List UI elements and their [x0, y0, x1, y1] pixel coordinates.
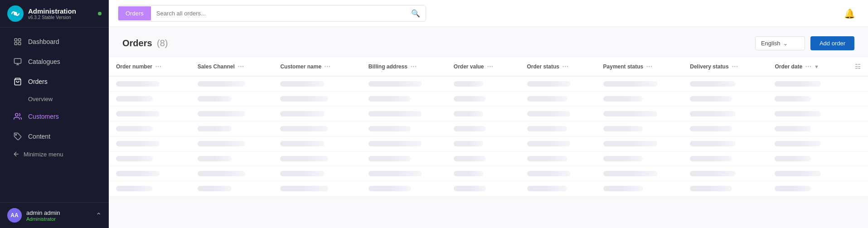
table-cell	[361, 76, 446, 92]
table-cell	[596, 151, 683, 166]
table-cell	[596, 107, 683, 121]
table-cell	[767, 181, 848, 196]
table-cell	[190, 121, 273, 136]
table-cell	[273, 166, 361, 181]
sidebar-item-dashboard[interactable]: Dashboard	[4, 32, 105, 51]
svg-rect-5	[19, 43, 21, 45]
table-cell	[767, 92, 848, 107]
svg-point-1	[14, 12, 17, 15]
table-row[interactable]	[109, 107, 868, 121]
orders-table: Order number ⋯ Sales Channel ⋯	[109, 58, 868, 196]
table-cell	[361, 92, 446, 107]
table-cell	[767, 136, 848, 151]
language-select[interactable]: English ⌄	[755, 36, 805, 50]
table-cell	[683, 166, 767, 181]
table-cell	[596, 92, 683, 107]
table-row[interactable]	[109, 92, 868, 107]
table-cell	[273, 136, 361, 151]
col-customer-name-menu[interactable]: ⋯	[324, 63, 330, 70]
table-cell	[446, 107, 520, 121]
table-cell	[520, 151, 596, 166]
table-cell	[446, 151, 520, 166]
page-content: Orders (8) English ⌄ Add order Order num…	[109, 27, 868, 228]
table-cell	[683, 76, 767, 92]
col-order-date-menu[interactable]: ⋯	[805, 63, 811, 70]
main-content: Orders 🔍 🔔 Orders (8) English ⌄ Add orde…	[109, 0, 868, 228]
table-cell	[273, 107, 361, 121]
minimize-menu[interactable]: Minimize menu	[4, 147, 105, 161]
table-cell	[848, 151, 868, 166]
col-order-number: Order number ⋯	[109, 58, 190, 76]
sidebar-header: Administration v6.3.2 Stable Version	[0, 0, 109, 28]
col-order-value-menu[interactable]: ⋯	[487, 63, 493, 70]
app-name: Administration	[28, 7, 76, 15]
customers-icon	[13, 112, 23, 121]
table-cell	[848, 121, 868, 136]
col-order-number-menu[interactable]: ⋯	[155, 63, 161, 70]
table-cell	[520, 166, 596, 181]
table-cell	[109, 121, 190, 136]
table-cell	[361, 136, 446, 151]
columns-settings-icon[interactable]: ☷	[855, 63, 861, 70]
col-order-status-menu[interactable]: ⋯	[562, 63, 568, 70]
sidebar-item-catalogues[interactable]: Catalogues	[4, 52, 105, 71]
table-cell	[361, 181, 446, 196]
table-row[interactable]	[109, 181, 868, 196]
table-row[interactable]	[109, 76, 868, 92]
svg-point-9	[15, 134, 16, 135]
catalogues-icon	[13, 57, 23, 67]
col-order-value: Order value ⋯	[446, 58, 520, 76]
table-cell	[596, 136, 683, 151]
orders-icon	[13, 77, 23, 87]
col-actions: ☷	[848, 58, 868, 76]
search-orders-button[interactable]: Orders	[118, 6, 151, 20]
table-cell	[767, 107, 848, 121]
table-row[interactable]	[109, 121, 868, 136]
table-body	[109, 76, 868, 196]
table-cell	[190, 92, 273, 107]
table-row[interactable]	[109, 151, 868, 166]
table-cell	[848, 92, 868, 107]
sidebar-item-customers[interactable]: Customers	[4, 107, 105, 126]
table-row[interactable]	[109, 136, 868, 151]
table-cell	[446, 166, 520, 181]
table-row[interactable]	[109, 166, 868, 181]
sidebar-item-overview[interactable]: Overview	[4, 92, 105, 106]
table-cell	[683, 181, 767, 196]
search-icon: 🔍	[411, 10, 420, 17]
table-cell	[190, 136, 273, 151]
notifications-button[interactable]: 🔔	[840, 5, 859, 23]
table-cell	[520, 136, 596, 151]
content-header: Orders (8) English ⌄ Add order	[109, 27, 868, 58]
dashboard-icon	[13, 37, 23, 47]
table-cell	[446, 181, 520, 196]
sidebar: Administration v6.3.2 Stable Version Das…	[0, 0, 109, 228]
user-menu-toggle[interactable]: ⌃	[96, 211, 102, 220]
app-title-wrap: Administration v6.3.2 Stable Version	[28, 7, 76, 20]
sidebar-item-orders[interactable]: Orders	[4, 72, 105, 91]
col-payment-status: Payment status ⋯	[596, 58, 683, 76]
search-submit-button[interactable]: 🔍	[406, 5, 426, 21]
sidebar-item-orders-label: Orders	[28, 78, 48, 85]
table-cell	[848, 181, 868, 196]
table-cell	[848, 76, 868, 92]
table-cell	[683, 136, 767, 151]
sidebar-nav: Dashboard Catalogues Orders Overview Cus…	[0, 28, 109, 202]
table-cell	[109, 92, 190, 107]
table-cell	[190, 76, 273, 92]
sidebar-item-content[interactable]: Content	[4, 127, 105, 146]
table-cell	[848, 136, 868, 151]
col-payment-status-menu[interactable]: ⋯	[646, 63, 652, 70]
svg-rect-6	[15, 58, 21, 63]
table-cell	[273, 151, 361, 166]
col-billing-address-menu[interactable]: ⋯	[410, 63, 417, 70]
col-delivery-status-menu[interactable]: ⋯	[732, 63, 738, 70]
user-info: admin admin Administrator	[26, 209, 96, 222]
search-input[interactable]	[151, 6, 406, 20]
col-sales-channel-menu[interactable]: ⋯	[238, 63, 244, 70]
table-cell	[109, 166, 190, 181]
add-order-button[interactable]: Add order	[810, 36, 854, 50]
table-cell	[683, 92, 767, 107]
table-cell	[361, 151, 446, 166]
table-cell	[848, 107, 868, 121]
